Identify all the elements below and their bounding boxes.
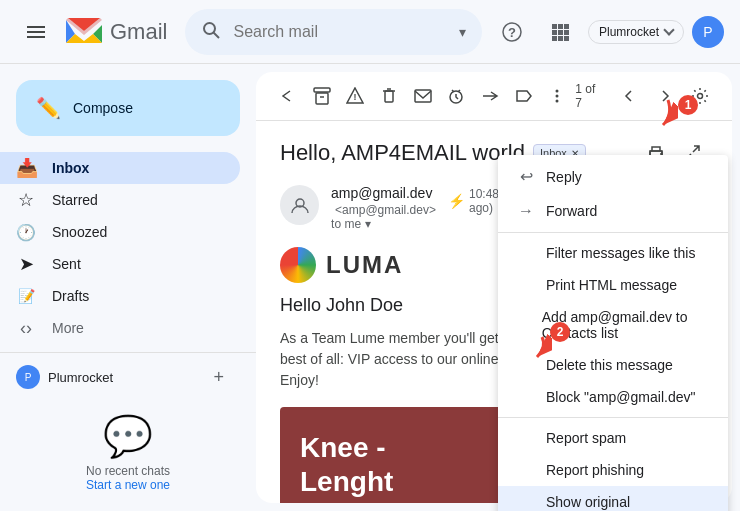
svg-rect-19: [385, 91, 393, 102]
svg-point-22: [556, 90, 559, 93]
sender-name: amp@gmail.dev <amp@gmail.dev>: [331, 185, 436, 217]
sidebar-item-more-label: More: [52, 320, 224, 336]
search-input[interactable]: [233, 23, 459, 41]
promo-text: Knee -LenghtCoat Shop Now: [300, 431, 413, 503]
sidebar-user-plumrocket[interactable]: P Plumrocket +: [0, 361, 240, 393]
newer-button[interactable]: [613, 80, 645, 112]
settings-button[interactable]: [684, 80, 716, 112]
back-button[interactable]: [272, 80, 304, 112]
svg-point-25: [698, 94, 703, 99]
menu-item-delete-msg[interactable]: Delete this message: [498, 349, 728, 381]
amp-icon: ⚡: [448, 193, 465, 209]
sidebar-item-starred[interactable]: ☆ Starred: [0, 184, 240, 216]
menu-item-block[interactable]: Block "amp@gmail.dev": [498, 381, 728, 413]
search-dropdown-icon[interactable]: ▾: [459, 24, 466, 40]
svg-rect-11: [558, 30, 563, 35]
labels-button[interactable]: [508, 80, 540, 112]
brand-badge[interactable]: Plumrocket: [588, 20, 684, 44]
sidebar-user-add-icon[interactable]: +: [213, 367, 224, 388]
luma-logo-circle: [280, 247, 316, 283]
svg-rect-20: [415, 90, 431, 102]
sent-icon: ➤: [16, 253, 36, 275]
header-actions: ? Plumrocket P: [492, 12, 724, 52]
older-button[interactable]: [649, 80, 681, 112]
snoozed-icon: 🕐: [16, 223, 36, 242]
sidebar-item-drafts[interactable]: 📝 Drafts: [0, 280, 240, 312]
email-meta: amp@gmail.dev <amp@gmail.dev> to me ▾: [331, 185, 436, 231]
to-me-dropdown[interactable]: ▾: [365, 217, 371, 231]
gmail-wordmark: Gmail: [110, 19, 167, 45]
luma-name: LUMA: [326, 251, 403, 279]
compose-label: Compose: [73, 100, 133, 116]
svg-text:?: ?: [508, 25, 516, 40]
svg-rect-15: [564, 36, 569, 41]
pagination: 1 of 7: [575, 80, 716, 112]
menu-item-print-html-label: Print HTML message: [546, 277, 677, 293]
menu-item-add-contact[interactable]: Add amp@gmail.dev to Contacts list: [498, 301, 728, 349]
menu-item-forward[interactable]: → Forward: [498, 194, 728, 228]
promo-title: Knee -LenghtCoat: [300, 431, 413, 503]
svg-rect-13: [552, 36, 557, 41]
menu-item-show-original[interactable]: Show original: [498, 486, 728, 511]
sidebar-item-drafts-label: Drafts: [52, 288, 224, 304]
svg-rect-8: [558, 24, 563, 29]
sidebar: ✏️ Compose 📥 Inbox ☆ Starred 🕐 Snoozed ➤…: [0, 64, 256, 511]
sidebar-item-starred-label: Starred: [52, 192, 224, 208]
svg-rect-17: [316, 93, 328, 104]
more-toolbar-button[interactable]: [542, 80, 574, 112]
svg-text:!: !: [354, 92, 357, 102]
search-icon: [201, 20, 221, 43]
to-me-label: to me: [331, 217, 361, 231]
menu-item-forward-label: Forward: [546, 203, 597, 219]
sidebar-item-snoozed[interactable]: 🕐 Snoozed: [0, 216, 240, 248]
sidebar-user-avatar: P: [16, 365, 40, 389]
move-button[interactable]: [474, 80, 506, 112]
menu-item-report-spam-label: Report spam: [546, 430, 626, 446]
compose-icon: ✏️: [36, 96, 61, 120]
menu-separator-2: [498, 417, 728, 418]
help-button[interactable]: ?: [492, 12, 532, 52]
sidebar-item-sent[interactable]: ➤ Sent: [0, 248, 240, 280]
sidebar-item-sent-label: Sent: [52, 256, 224, 272]
menu-item-report-phishing[interactable]: Report phishing: [498, 454, 728, 486]
menu-item-print-html[interactable]: Print HTML message: [498, 269, 728, 301]
svg-rect-10: [552, 30, 557, 35]
user-avatar[interactable]: P: [692, 16, 724, 48]
menu-item-reply-label: Reply: [546, 169, 582, 185]
delete-button[interactable]: [373, 80, 405, 112]
menu-item-block-label: Block "amp@gmail.dev": [546, 389, 695, 405]
sender-avatar: [280, 185, 319, 225]
to-me-row: to me ▾: [331, 217, 436, 231]
apps-button[interactable]: [540, 12, 580, 52]
sidebar-item-inbox-label: Inbox: [52, 160, 224, 176]
mark-read-button[interactable]: [407, 80, 439, 112]
svg-line-4: [214, 33, 220, 39]
menu-item-show-original-label: Show original: [546, 494, 630, 510]
menu-button[interactable]: [16, 12, 56, 52]
sender-email-bracket: <amp@gmail.dev>: [335, 203, 436, 217]
snooze-button[interactable]: [441, 80, 473, 112]
menu-item-filter[interactable]: Filter messages like this: [498, 237, 728, 269]
no-chats-text: No recent chats: [20, 464, 236, 478]
svg-rect-7: [552, 24, 557, 29]
menu-item-reply[interactable]: ↩ Reply: [498, 159, 728, 194]
reply-icon: ↩: [518, 167, 534, 186]
inbox-icon: 📥: [16, 157, 36, 179]
gmail-logo: Gmail: [66, 18, 167, 45]
drafts-icon: 📝: [16, 288, 36, 304]
sidebar-item-more[interactable]: ‹› More: [0, 312, 240, 344]
compose-button[interactable]: ✏️ Compose: [16, 80, 240, 136]
report-spam-button[interactable]: !: [339, 80, 371, 112]
menu-item-report-spam[interactable]: Report spam: [498, 422, 728, 454]
forward-icon: →: [518, 202, 534, 220]
menu-item-filter-label: Filter messages like this: [546, 245, 695, 261]
search-bar[interactable]: ▾: [185, 9, 482, 55]
sidebar-item-inbox[interactable]: 📥 Inbox: [0, 152, 240, 184]
page-info: 1 of 7: [575, 82, 605, 110]
archive-button[interactable]: [306, 80, 338, 112]
svg-point-24: [556, 100, 559, 103]
start-chat-link[interactable]: Start a new one: [20, 478, 236, 492]
svg-rect-14: [558, 36, 563, 41]
svg-rect-0: [27, 26, 45, 28]
menu-separator-1: [498, 232, 728, 233]
